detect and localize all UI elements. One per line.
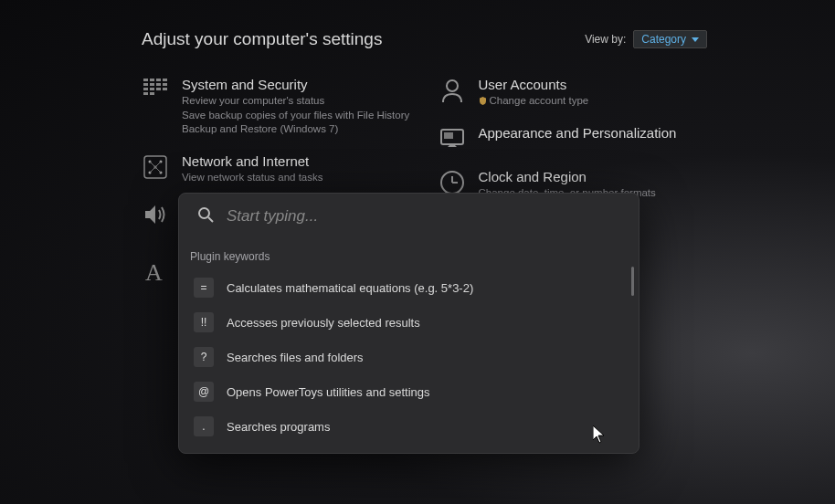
category-content: User Accounts Change account type [479, 77, 708, 109]
category-network[interactable]: Network and Internet View network status… [142, 153, 411, 185]
svg-rect-1 [150, 79, 154, 81]
category-content: Network and Internet View network status… [182, 153, 411, 185]
svg-rect-5 [150, 83, 154, 86]
plugin-key: = [194, 278, 214, 298]
search-icon [197, 206, 214, 226]
category-title: Appearance and Personalization [479, 125, 708, 141]
chevron-down-icon [692, 37, 699, 42]
plugin-key: @ [194, 382, 214, 402]
svg-rect-25 [444, 132, 453, 139]
category-appearance[interactable]: Appearance and Personalization [439, 125, 708, 152]
category-sub[interactable]: View network status and tasks [182, 171, 411, 185]
plugin-desc: Calculates mathematical equations (e.g. … [227, 281, 473, 295]
search-input[interactable] [227, 207, 620, 226]
shield-icon [479, 95, 487, 103]
system-security-icon [142, 77, 169, 104]
svg-rect-8 [143, 88, 148, 90]
category-sub[interactable]: Review your computer's status [182, 94, 411, 109]
plugin-row-files[interactable]: ? Searches files and folders [179, 340, 639, 374]
svg-point-29 [199, 208, 209, 218]
plugin-desc: Accesses previously selected results [227, 316, 420, 330]
page-title: Adjust your computer's settings [142, 29, 382, 49]
scrollbar-thumb[interactable] [631, 267, 634, 296]
svg-rect-11 [163, 88, 167, 90]
svg-text:A: A [145, 259, 163, 286]
appearance-icon [439, 125, 466, 152]
view-by-selected: Category [641, 33, 686, 46]
svg-rect-10 [156, 88, 161, 90]
font-icon: A [142, 258, 169, 286]
search-row [179, 194, 639, 239]
category-title: Network and Internet [182, 153, 411, 169]
plugin-key: . [194, 416, 214, 436]
category-title: User Accounts [479, 77, 708, 92]
svg-rect-6 [156, 83, 161, 86]
category-title: System and Security [182, 77, 411, 92]
plugin-section: Plugin keywords = Calculates mathematica… [179, 239, 639, 453]
category-sub[interactable]: Change account type [479, 94, 708, 109]
svg-line-30 [208, 217, 213, 222]
svg-rect-0 [143, 79, 148, 81]
svg-rect-3 [163, 79, 167, 81]
plugin-row-history[interactable]: !! Accesses previously selected results [179, 305, 639, 340]
plugin-row-programs[interactable]: . Searches programs [179, 409, 639, 444]
plugin-key: !! [194, 312, 214, 332]
header-row: Adjust your computer's settings View by:… [142, 29, 707, 49]
svg-rect-7 [163, 83, 167, 86]
svg-rect-2 [156, 79, 161, 81]
hardware-sound-icon [142, 201, 169, 228]
view-by-label: View by: [585, 33, 626, 46]
plugin-desc: Searches programs [227, 420, 330, 434]
category-sub[interactable]: Save backup copies of your files with Fi… [182, 109, 411, 123]
category-system-security[interactable]: System and Security Review your computer… [142, 77, 411, 137]
view-by-group: View by: Category [585, 30, 707, 48]
network-icon [142, 153, 169, 181]
plugin-row-powertoys[interactable]: @ Opens PowerToys utilities and settings [179, 374, 639, 409]
svg-rect-4 [143, 83, 148, 86]
category-title: Clock and Region [479, 169, 708, 184]
category-content: Appearance and Personalization [479, 125, 708, 152]
category-user-accounts[interactable]: User Accounts Change account type [439, 77, 708, 109]
category-content: System and Security Review your computer… [182, 77, 411, 137]
plugin-key: ? [194, 347, 214, 367]
svg-rect-13 [150, 92, 154, 95]
powertoys-run-overlay: Plugin keywords = Calculates mathematica… [178, 193, 639, 454]
svg-rect-12 [143, 92, 148, 95]
plugin-row-calculator[interactable]: = Calculates mathematical equations (e.g… [179, 270, 639, 305]
user-accounts-icon [439, 77, 466, 104]
category-sub[interactable]: Backup and Restore (Windows 7) [182, 122, 411, 137]
plugin-section-header: Plugin keywords [179, 247, 639, 270]
view-by-dropdown[interactable]: Category [633, 30, 707, 48]
plugin-desc: Searches files and folders [227, 351, 364, 364]
plugin-desc: Opens PowerToys utilities and settings [227, 385, 430, 399]
category-sub-text: Change account type [490, 95, 589, 106]
svg-rect-9 [150, 88, 154, 90]
svg-point-23 [447, 80, 458, 91]
